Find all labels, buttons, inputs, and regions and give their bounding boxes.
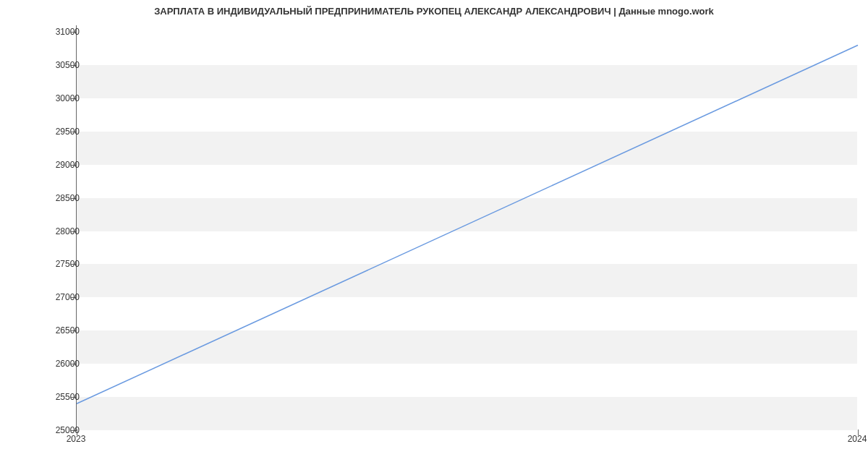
x-axis-label: 2024 [848, 434, 867, 444]
y-axis-label: 28000 [56, 226, 80, 236]
y-axis-label: 26000 [56, 359, 80, 369]
y-axis-label: 30500 [56, 60, 80, 70]
line-series [77, 25, 858, 430]
y-axis-label: 27000 [56, 292, 80, 302]
x-axis-label: 2023 [67, 434, 86, 444]
plot-area [76, 25, 857, 430]
y-axis-label: 25500 [56, 392, 80, 402]
chart-container [76, 25, 857, 430]
y-axis-label: 26500 [56, 325, 80, 336]
y-axis-label: 28500 [56, 193, 80, 203]
y-axis-label: 29000 [56, 160, 80, 170]
y-axis-label: 30000 [56, 93, 80, 103]
chart-title: ЗАРПЛАТА В ИНДИВИДУАЛЬНЫЙ ПРЕДПРИНИМАТЕЛ… [0, 0, 868, 17]
y-axis-label: 29500 [56, 127, 80, 137]
y-axis-label: 27500 [56, 259, 80, 269]
y-axis-label: 31000 [56, 27, 80, 37]
